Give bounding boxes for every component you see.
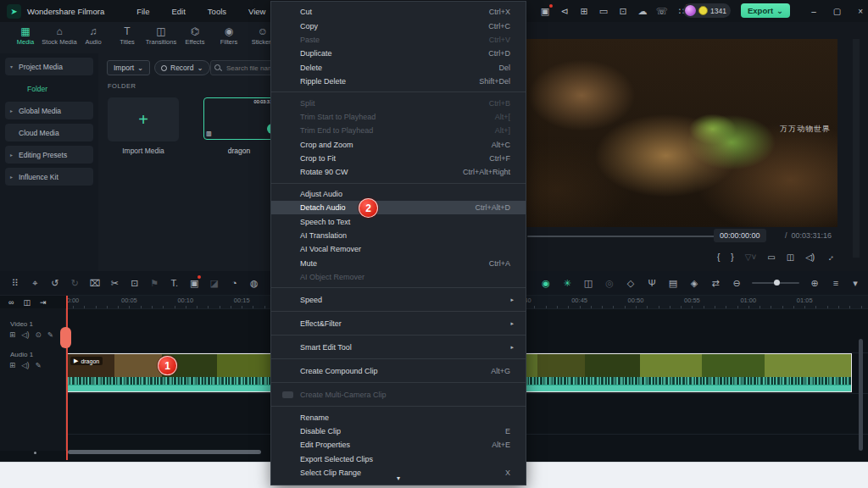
vertical-scrollbar[interactable] <box>859 339 863 451</box>
voiceover-mic-icon[interactable]: Ψ <box>646 278 658 289</box>
mask-tool-icon[interactable]: ◪ <box>204 271 225 295</box>
asset-tab[interactable]: ◫ Transitions <box>144 25 178 46</box>
export-button[interactable]: Export⌄ <box>741 3 790 18</box>
lock-track-icon[interactable]: ✎ <box>36 361 42 369</box>
menu-item-detach-audio[interactable]: Detach AudioCtrl+Alt+D <box>271 201 526 214</box>
render-preview-icon[interactable]: ▽˅ <box>745 252 757 262</box>
auto-ripple-icon[interactable]: ⇄ <box>709 278 721 289</box>
auto-record-icon[interactable]: ◎ <box>604 278 615 289</box>
import-button[interactable]: Import⌄ <box>107 60 150 75</box>
menu-item-export-selected-clips[interactable]: Export Selected Clips <box>271 452 526 466</box>
menu-scroll-caret-icon[interactable]: ▾ <box>271 474 526 482</box>
save-icon[interactable]: ⊡ <box>617 6 629 17</box>
menu-item-create-multi-camera-clip[interactable]: Create Multi-Camera Clip <box>271 386 526 402</box>
menu-item-crop-and-zoom[interactable]: Crop and ZoomAlt+C <box>271 138 526 152</box>
menu-item-rename[interactable]: Rename <box>271 410 526 424</box>
menu-bar-item[interactable]: Tools <box>208 7 226 16</box>
menu-bar-item[interactable]: File <box>136 7 149 16</box>
text-tool-icon[interactable]: T. <box>164 271 185 295</box>
track-height-icon[interactable]: ≡ <box>830 278 842 289</box>
menu-item-delete[interactable]: DeleteDel <box>271 61 526 75</box>
minimize-button[interactable]: – <box>811 7 816 16</box>
slider-knob[interactable] <box>774 280 780 286</box>
select-tool-icon[interactable]: ⌖ <box>25 271 46 295</box>
sidebar-item[interactable]: Cloud Media <box>5 124 93 141</box>
timeline-zoom-slider[interactable] <box>752 282 799 284</box>
zoom-out-icon[interactable]: ⊖ <box>731 278 743 289</box>
menu-item-edit-properties[interactable]: Edit PropertiesAlt+E <box>271 438 526 452</box>
asset-tab[interactable]: ⌬ Effects <box>178 25 212 46</box>
menu-bar-item[interactable]: Edit <box>171 7 185 16</box>
account-pill[interactable]: 1341 <box>683 3 731 18</box>
lock-track-icon[interactable]: ✎ <box>47 330 53 339</box>
crop-icon[interactable]: ⊡ <box>125 271 145 295</box>
menu-item-ai-translation[interactable]: AI Translation <box>271 229 526 242</box>
restore-button[interactable]: ▢ <box>833 7 841 16</box>
playhead-line[interactable] <box>66 296 68 460</box>
asset-tab[interactable]: T Titles <box>110 25 144 46</box>
menu-item-create-compound-clip[interactable]: Create Compound ClipAlt+G <box>271 363 526 379</box>
support-icon[interactable]: ☏ <box>656 6 668 17</box>
gift-icon[interactable]: ▣ <box>539 6 551 17</box>
display-icon[interactable]: ▭ <box>598 6 609 17</box>
menu-item-disable-clip[interactable]: Disable ClipE <box>271 424 526 438</box>
promote-icon[interactable]: ⊲ <box>559 6 570 17</box>
toolbar-caret-icon[interactable]: ▾ <box>849 278 861 289</box>
menu-item-cut[interactable]: CutCtrl+X <box>271 5 526 19</box>
menu-item-smart-edit-tool[interactable]: Smart Edit Tool▸ <box>271 339 526 355</box>
playhead-handle[interactable] <box>60 327 71 348</box>
asset-tab[interactable]: ♫ Audio <box>76 25 110 46</box>
menu-item-paste[interactable]: PasteCtrl+V <box>271 33 526 47</box>
ai-mask-icon[interactable]: ✳ <box>561 278 573 289</box>
menu-item-crop-to-fit[interactable]: Crop to FitCtrl+F <box>271 152 526 165</box>
media-thumbnail-dragon[interactable]: 00:03:31 ▥ <box>203 97 275 140</box>
snap-icon[interactable]: ⇥ <box>40 298 47 307</box>
record-button[interactable]: Record⌄ <box>154 60 210 75</box>
add-to-track-icon[interactable]: ⊞ <box>9 361 15 369</box>
chroma-key-icon[interactable]: ◍ <box>244 271 264 295</box>
snapshot-camera-icon[interactable]: ◫ <box>582 278 594 289</box>
undo-icon[interactable]: ↺ <box>45 271 65 295</box>
cloud-upload-icon[interactable]: ☁ <box>637 6 648 17</box>
split-icon[interactable]: ✂ <box>105 271 125 295</box>
mute-preview-icon[interactable]: ◁) <box>805 252 815 262</box>
asset-tab[interactable]: ◉ Filters <box>212 25 246 46</box>
keyframe-icon[interactable]: ◈ <box>688 278 700 289</box>
menu-item-effect-filter[interactable]: Effect&Filter▸ <box>271 315 526 331</box>
redo-icon[interactable]: ↻ <box>65 271 86 295</box>
menu-item-ripple-delete[interactable]: Ripple DeleteShift+Del <box>271 75 526 88</box>
mark-out-icon[interactable]: } <box>731 252 733 262</box>
marker-icon[interactable]: ⚑ <box>145 271 165 295</box>
menu-item-rotate-90-cw[interactable]: Rotate 90 CWCtrl+Alt+Right <box>271 165 526 179</box>
hide-track-icon[interactable]: ⊙ <box>36 330 42 339</box>
menu-item-copy[interactable]: CopyCtrl+C <box>271 19 526 32</box>
audio-mixer-icon[interactable]: ▤ <box>667 278 679 289</box>
auto-ripple-link-icon[interactable]: ∞ <box>8 298 14 307</box>
import-media-tile[interactable]: + <box>108 97 179 141</box>
video-preview[interactable]: 万万动物世界 <box>526 39 837 227</box>
menu-item-ai-object-remover[interactable]: AI Object Remover <box>271 270 526 284</box>
mute-track-icon[interactable]: ◁) <box>21 361 29 369</box>
panel-icon[interactable]: ⊞ <box>578 6 590 17</box>
pip-icon[interactable]: ◫ <box>23 298 31 307</box>
close-button[interactable]: × <box>858 7 863 16</box>
fullscreen-icon[interactable]: ↔ <box>824 251 837 263</box>
speed-icon[interactable]: ◔ <box>225 271 245 295</box>
media-grid-icon[interactable]: ⠿ <box>5 271 25 295</box>
asset-tab[interactable]: ▦ Media <box>8 25 42 46</box>
ai-portrait-icon[interactable]: ◉ <box>540 278 552 289</box>
menu-item-ai-vocal-remover[interactable]: AI Vocal Remover <box>271 242 526 256</box>
menu-item-speech-to-text[interactable]: Speech to Text <box>271 214 526 228</box>
sidebar-item[interactable]: ▸ Editing Presets <box>5 146 93 164</box>
menu-item-trim-start-to-playhead[interactable]: Trim Start to PlayheadAlt+[ <box>271 110 526 124</box>
asset-tab[interactable]: ⌂ Stock Media <box>42 25 76 46</box>
menu-item-mute[interactable]: MuteCtrl+A <box>271 257 526 270</box>
add-to-track-icon[interactable]: ⊞ <box>9 330 15 339</box>
menu-item-split[interactable]: SplitCtrl+B <box>271 96 526 109</box>
sidebar-item[interactable]: ▸ Influence Kit <box>5 168 93 186</box>
sidebar-item[interactable]: Folder <box>5 80 93 97</box>
menu-item-duplicate[interactable]: DuplicateCtrl+D <box>271 47 526 60</box>
sidebar-item[interactable]: ▾ Project Media <box>5 58 93 75</box>
menu-item-trim-end-to-playhead[interactable]: Trim End to PlayheadAlt+] <box>271 124 526 137</box>
menu-bar-item[interactable]: View <box>248 7 265 16</box>
